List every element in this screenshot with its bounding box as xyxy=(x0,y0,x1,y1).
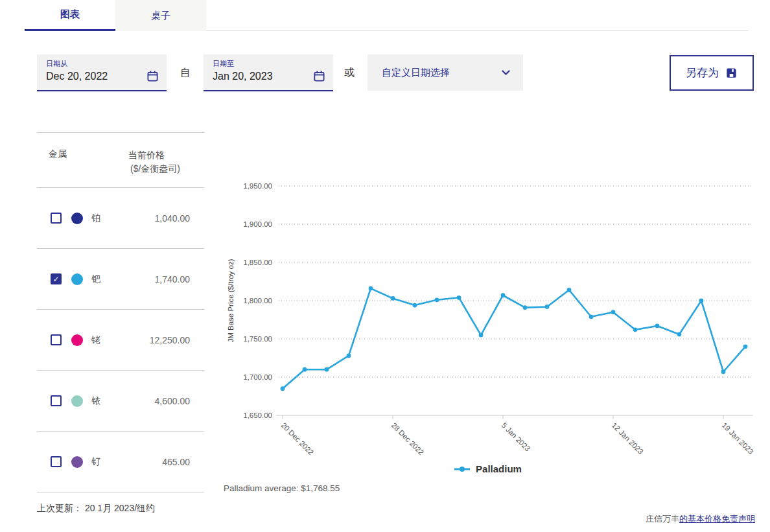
metal-color-dot xyxy=(71,395,83,407)
date-to-value: Jan 20, 2023 xyxy=(213,71,273,82)
metal-column-header: 金属 xyxy=(49,148,67,160)
metal-price: 1,740.00 xyxy=(155,274,191,284)
metal-name: 钯 xyxy=(91,273,100,285)
data-point-marker xyxy=(523,305,528,310)
chevron-down-icon xyxy=(502,70,510,76)
conjunction-from: 自 xyxy=(180,66,191,80)
data-point-marker xyxy=(721,369,726,374)
date-to-label: 日期至 xyxy=(213,59,325,69)
svg-text:1,750.00: 1,750.00 xyxy=(243,335,272,343)
chart-area: 1,650.001,700.001,750.001,800.001,850.00… xyxy=(214,174,762,493)
metal-row: 铂 1,040.00 xyxy=(37,188,204,249)
date-from-value: Dec 20, 2022 xyxy=(46,71,108,82)
data-point-marker xyxy=(303,367,307,372)
data-point-marker xyxy=(413,303,417,308)
metal-name: 铂 xyxy=(91,213,100,224)
data-point-marker xyxy=(479,333,484,338)
metal-price: 1,040.00 xyxy=(155,213,191,224)
metal-name: 铑 xyxy=(91,334,100,346)
legend-series-label: Palladium xyxy=(476,463,522,474)
metal-color-dot xyxy=(71,334,83,346)
date-controls: 日期从 Dec 20, 2022 自 日期至 Jan 20, 2023 xyxy=(37,54,754,91)
disclaimer-link[interactable]: 的基本价格免责声明 xyxy=(679,514,755,524)
svg-text:1,950.00: 1,950.00 xyxy=(243,182,272,190)
svg-text:1,900.00: 1,900.00 xyxy=(243,220,272,228)
data-point-marker xyxy=(325,367,329,372)
date-from-label: 日期从 xyxy=(46,59,159,69)
price-chart-page: 图表 桌子 日期从 Dec 20, 2022 自 日期至 Jan 20, 202… xyxy=(0,0,770,532)
data-point-marker xyxy=(567,288,572,292)
data-point-marker xyxy=(699,299,704,303)
save-as-button[interactable]: 另存为 xyxy=(670,55,754,91)
data-point-marker xyxy=(589,314,594,319)
data-point-marker xyxy=(369,286,373,291)
svg-text:19 Jan 2023: 19 Jan 2023 xyxy=(721,421,755,456)
chart-legend: Palladium xyxy=(214,463,762,474)
metal-name: 铱 xyxy=(91,395,100,407)
metal-row: 钌 465.00 xyxy=(37,432,204,492)
data-point-marker xyxy=(677,332,682,337)
metals-table-header: 金属 当前价格 ($/金衡盎司) xyxy=(37,132,204,188)
last-updated-text: 上次更新： 20 1月 2023/纽约 xyxy=(37,503,204,515)
disclaimer-prefix: 庄信万丰 xyxy=(646,514,679,524)
date-from-field[interactable]: 日期从 Dec 20, 2022 xyxy=(37,54,167,91)
date-to-field[interactable]: 日期至 Jan 20, 2023 xyxy=(204,54,333,91)
data-point-marker xyxy=(347,354,351,358)
metals-panel: 金属 当前价格 ($/金衡盎司) 铂 1,040.00 钯 1,740.00 铑… xyxy=(37,132,204,515)
metal-price: 465.00 xyxy=(162,457,190,467)
data-point-marker xyxy=(391,296,395,301)
tab-table[interactable]: 桌子 xyxy=(115,0,206,31)
tab-strip: 图表 桌子 xyxy=(25,0,749,31)
calendar-icon[interactable] xyxy=(146,70,159,82)
data-point-marker xyxy=(435,297,439,302)
metal-checkbox[interactable] xyxy=(51,456,62,467)
data-point-marker xyxy=(655,324,660,329)
data-point-marker xyxy=(545,305,550,309)
palladium-line xyxy=(283,288,745,389)
tab-chart[interactable]: 图表 xyxy=(25,0,115,31)
metal-price: 12,250.00 xyxy=(150,335,190,345)
metal-name: 钌 xyxy=(91,456,100,468)
svg-text:JM Base Price ($/troy oz): JM Base Price ($/troy oz) xyxy=(227,259,235,342)
data-point-marker xyxy=(457,295,461,300)
svg-text:1,800.00: 1,800.00 xyxy=(243,297,272,305)
data-point-marker xyxy=(743,344,748,349)
data-point-marker xyxy=(501,293,506,297)
data-point-marker xyxy=(611,310,616,314)
date-range-select[interactable]: 自定义日期选择 xyxy=(368,54,523,91)
metal-checkbox[interactable] xyxy=(51,273,62,284)
svg-text:5 Jan 2023: 5 Jan 2023 xyxy=(500,421,532,453)
disclaimer-note: 庄信万丰的基本价格免责声明 xyxy=(646,513,755,525)
metal-checkbox[interactable] xyxy=(51,213,62,224)
save-as-label: 另存为 xyxy=(686,65,719,80)
metal-color-dot xyxy=(71,456,83,468)
metal-rows: 铂 1,040.00 钯 1,740.00 铑 12,250.00 铱 4,60… xyxy=(37,188,204,492)
metal-checkbox[interactable] xyxy=(51,395,62,406)
conjunction-or: 或 xyxy=(344,66,355,80)
data-point-marker xyxy=(633,327,638,332)
metal-price: 4,600.00 xyxy=(155,396,191,406)
svg-text:28 Dec 2022: 28 Dec 2022 xyxy=(390,421,426,457)
save-icon xyxy=(725,67,738,79)
price-column-header: 当前价格 ($/金衡盎司) xyxy=(128,148,180,176)
svg-text:1,700.00: 1,700.00 xyxy=(243,373,272,381)
metal-color-dot xyxy=(71,273,83,285)
metal-row: 铱 4,600.00 xyxy=(37,371,204,432)
legend-line-marker-icon xyxy=(454,465,471,473)
svg-text:1,650.00: 1,650.00 xyxy=(243,411,272,419)
price-line-chart: 1,650.001,700.001,750.001,800.001,850.00… xyxy=(214,174,762,457)
metal-checkbox[interactable] xyxy=(51,334,62,345)
average-note: Palladium average: $1,768.55 xyxy=(224,483,762,493)
data-point-marker xyxy=(281,386,285,391)
svg-text:20 Dec 2022: 20 Dec 2022 xyxy=(280,421,316,457)
date-range-select-value: 自定义日期选择 xyxy=(382,67,450,79)
metal-color-dot xyxy=(71,213,83,224)
svg-text:1,850.00: 1,850.00 xyxy=(243,259,272,266)
svg-text:12 Jan 2023: 12 Jan 2023 xyxy=(611,421,645,456)
metal-row: 铑 12,250.00 xyxy=(37,310,204,371)
metal-row: 钯 1,740.00 xyxy=(37,249,204,310)
calendar-icon[interactable] xyxy=(313,70,325,82)
